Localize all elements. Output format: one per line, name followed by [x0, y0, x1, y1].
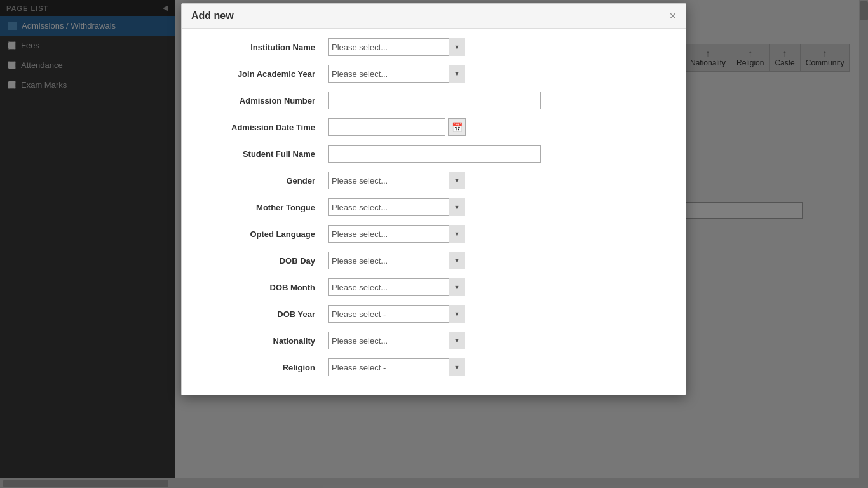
- select-wrapper-dob-year: Please select -: [328, 305, 465, 323]
- control-student-full-name: [328, 145, 667, 163]
- control-religion: Please select -: [328, 358, 667, 376]
- label-institution-name: Institution Name: [201, 43, 328, 52]
- select-wrapper-gender: Please select...: [328, 172, 465, 189]
- select-gender[interactable]: Please select...: [328, 172, 465, 189]
- label-dob-year: DOB Year: [201, 309, 328, 319]
- form-row-admission-number: Admission Number: [201, 92, 667, 109]
- control-opted-language: Please select...: [328, 225, 667, 243]
- select-wrapper-nationality: Please select...: [328, 332, 465, 349]
- label-dob-month: DOB Month: [201, 283, 328, 292]
- label-nationality: Nationality: [201, 336, 328, 346]
- select-opted-language[interactable]: Please select...: [328, 225, 465, 243]
- form-row-admission-date-time: Admission Date Time📅: [201, 118, 667, 136]
- control-dob-year: Please select -: [328, 305, 667, 323]
- select-dob-day[interactable]: Please select...: [328, 252, 465, 269]
- control-dob-day: Please select...: [328, 252, 667, 269]
- modal-title: Add new: [191, 10, 234, 22]
- control-gender: Please select...: [328, 172, 667, 189]
- control-nationality: Please select...: [328, 332, 667, 349]
- form-row-religion: ReligionPlease select -: [201, 358, 667, 376]
- select-nationality[interactable]: Please select...: [328, 332, 465, 349]
- label-admission-number: Admission Number: [201, 96, 328, 105]
- form-row-student-full-name: Student Full Name: [201, 145, 667, 163]
- select-mother-tongue[interactable]: Please select...: [328, 198, 465, 216]
- label-mother-tongue: Mother Tongue: [201, 203, 328, 212]
- form-row-dob-day: DOB DayPlease select...: [201, 252, 667, 269]
- modal-body: Institution NamePlease select...Join Aca…: [182, 29, 686, 395]
- input-student-full-name[interactable]: [328, 145, 541, 163]
- label-opted-language: Opted Language: [201, 229, 328, 239]
- select-wrapper-join-academic-year: Please select...: [328, 65, 465, 83]
- label-student-full-name: Student Full Name: [201, 149, 328, 159]
- select-wrapper-dob-month: Please select...: [328, 278, 465, 296]
- control-institution-name: Please select...: [328, 38, 667, 56]
- date-wrapper-admission-date-time: 📅: [328, 118, 667, 136]
- modal-close-button[interactable]: ×: [669, 10, 676, 22]
- select-wrapper-mother-tongue: Please select...: [328, 198, 465, 216]
- form-row-nationality: NationalityPlease select...: [201, 332, 667, 349]
- modal-header: Add new ×: [182, 4, 686, 29]
- select-wrapper-institution-name: Please select...: [328, 38, 465, 56]
- form-row-opted-language: Opted LanguagePlease select...: [201, 225, 667, 243]
- control-join-academic-year: Please select...: [328, 65, 667, 83]
- label-dob-day: DOB Day: [201, 256, 328, 266]
- add-new-modal: Add new × Institution NamePlease select.…: [181, 3, 686, 395]
- select-institution-name[interactable]: Please select...: [328, 38, 465, 56]
- select-religion[interactable]: Please select -: [328, 358, 465, 376]
- label-join-academic-year: Join Academic Year: [201, 69, 328, 79]
- date-input-admission-date-time[interactable]: [328, 118, 445, 136]
- form-row-institution-name: Institution NamePlease select...: [201, 38, 667, 56]
- select-wrapper-religion: Please select -: [328, 358, 465, 376]
- control-dob-month: Please select...: [328, 278, 667, 296]
- form-row-gender: GenderPlease select...: [201, 172, 667, 189]
- form-row-dob-month: DOB MonthPlease select...: [201, 278, 667, 296]
- select-dob-year[interactable]: Please select -: [328, 305, 465, 323]
- form-row-dob-year: DOB YearPlease select -: [201, 305, 667, 323]
- control-admission-date-time: 📅: [328, 118, 667, 136]
- select-wrapper-dob-day: Please select...: [328, 252, 465, 269]
- form-row-mother-tongue: Mother TonguePlease select...: [201, 198, 667, 216]
- form-row-join-academic-year: Join Academic YearPlease select...: [201, 65, 667, 83]
- control-mother-tongue: Please select...: [328, 198, 667, 216]
- control-admission-number: [328, 92, 667, 109]
- select-join-academic-year[interactable]: Please select...: [328, 65, 465, 83]
- select-dob-month[interactable]: Please select...: [328, 278, 465, 296]
- input-admission-number[interactable]: [328, 92, 541, 109]
- label-gender: Gender: [201, 176, 328, 186]
- select-wrapper-opted-language: Please select...: [328, 225, 465, 243]
- label-religion: Religion: [201, 363, 328, 372]
- label-admission-date-time: Admission Date Time: [201, 123, 328, 132]
- calendar-button-admission-date-time[interactable]: 📅: [448, 118, 466, 136]
